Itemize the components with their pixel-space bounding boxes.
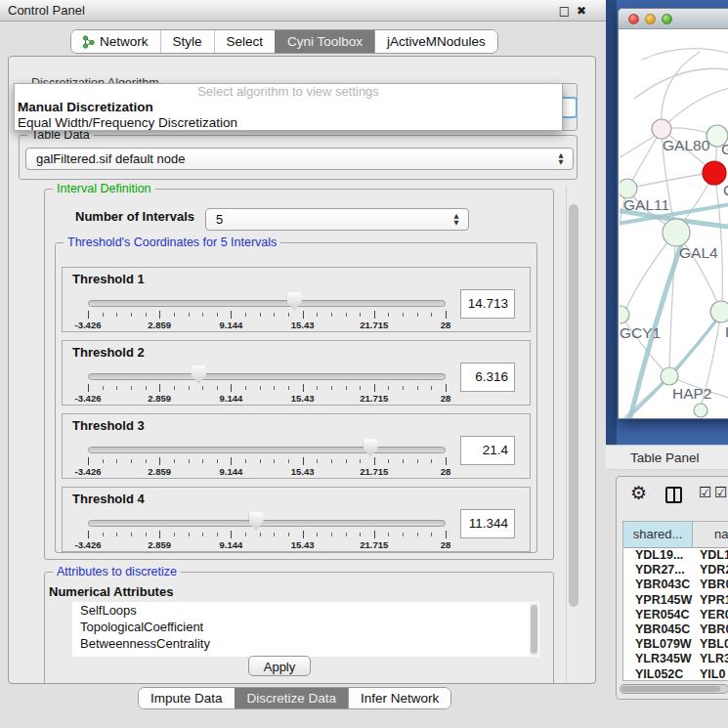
- network-node-gal11[interactable]: [620, 179, 637, 198]
- slider-thumb[interactable]: [287, 292, 302, 311]
- slider-track[interactable]: [88, 373, 446, 380]
- slider-track[interactable]: [88, 300, 446, 307]
- tab-cyni-toolbox[interactable]: Cyni Toolbox: [275, 30, 374, 53]
- checkbox-checked-icon[interactable]: ☑: [714, 484, 727, 501]
- minimize-traffic-light-icon[interactable]: [645, 14, 656, 24]
- tick-label: -3.426: [75, 393, 102, 404]
- table-data-combobox[interactable]: galFiltered.sif default node ▲▼: [25, 148, 574, 170]
- network-node-h[interactable]: [710, 301, 728, 322]
- control-panel-title: Control Panel: [8, 0, 85, 21]
- tick-mark: [202, 459, 203, 463]
- network-node-hap2[interactable]: [661, 367, 678, 385]
- network-edge[interactable]: [714, 173, 722, 302]
- network-edge[interactable]: [642, 49, 728, 60]
- table-row[interactable]: YBR043CYBR0: [623, 578, 728, 592]
- table-row[interactable]: YBR045CYBR0: [623, 622, 728, 637]
- tab-network[interactable]: Network: [71, 30, 160, 53]
- tick-mark: [274, 386, 275, 390]
- table-row[interactable]: YDL19...YDL1: [623, 548, 728, 563]
- threshold-value-field[interactable]: 21.4: [460, 436, 515, 465]
- network-node-label: GAL11: [623, 196, 669, 213]
- network-edge[interactable]: [669, 232, 676, 370]
- attributes-scrollbar-thumb[interactable]: [531, 605, 537, 654]
- cell-shared-name: YBR045C: [623, 622, 693, 637]
- network-node-gcy1[interactable]: [620, 306, 629, 323]
- table-row[interactable]: YER054CYER0: [623, 608, 728, 622]
- tick-mark: [346, 386, 347, 390]
- content-vertical-scrollbar[interactable]: [566, 187, 579, 684]
- tab-style[interactable]: Style: [160, 30, 214, 53]
- slider-thumb[interactable]: [364, 439, 378, 457]
- network-node-gal4[interactable]: [663, 219, 690, 246]
- tick-mark: [88, 311, 89, 319]
- network-edge[interactable]: [620, 134, 658, 165]
- algorithm-option-manual-discretization[interactable]: Manual Discretization: [15, 99, 562, 115]
- tick-mark: [446, 384, 447, 392]
- threshold-value-field[interactable]: 6.316: [460, 363, 515, 392]
- zoom-traffic-light-icon[interactable]: [662, 14, 672, 24]
- slider-track[interactable]: [88, 520, 446, 527]
- tab-infer-network[interactable]: Infer Network: [348, 688, 450, 708]
- apply-button[interactable]: Apply: [248, 656, 311, 676]
- slider-track[interactable]: [88, 447, 446, 453]
- tick-mark: [360, 533, 361, 536]
- tab-jactivemnodules[interactable]: jActiveMNodules: [374, 30, 497, 53]
- number-of-intervals-combobox[interactable]: 5 ▲▼: [205, 208, 469, 231]
- table-row[interactable]: YBL079WYBL0: [623, 637, 728, 652]
- algorithm-option-equal-width-frequency[interactable]: Equal Width/Frequency Discretization: [15, 115, 562, 131]
- settings-gear-icon[interactable]: ⚙: [630, 482, 647, 503]
- network-window[interactable]: GAL80GACGAL11GAL4GCY1HHAP2: [618, 8, 728, 419]
- tab-discretize-data[interactable]: Discretize Data: [235, 688, 349, 708]
- cell-shared-name: YLR345W: [623, 652, 693, 666]
- network-window-titlebar[interactable]: [619, 9, 728, 29]
- combobox-stepper-icon: ▲▼: [556, 152, 566, 166]
- close-window-icon[interactable]: ✖: [577, 0, 586, 21]
- slider-thumb[interactable]: [192, 365, 206, 384]
- tick-mark: [303, 384, 304, 392]
- attribute-item-selfloops[interactable]: SelfLoops: [72, 602, 539, 619]
- content-scrollbar-thumb[interactable]: [569, 204, 578, 607]
- column-header-name[interactable]: na: [693, 522, 728, 547]
- top-tab-bar: NetworkStyleSelectCyni ToolboxjActiveMNo…: [70, 29, 498, 54]
- tick-mark: [403, 459, 404, 463]
- float-window-icon[interactable]: □: [559, 0, 570, 21]
- cell-name: YDR2: [693, 563, 728, 578]
- tick-mark: [346, 459, 347, 463]
- slider-thumb[interactable]: [249, 512, 264, 531]
- attributes-group-title: Attributes to discretize: [53, 565, 181, 578]
- network-edge[interactable]: [662, 87, 728, 129]
- network-node-south[interactable]: [694, 404, 707, 417]
- table-row[interactable]: YDR27...YDR2: [623, 563, 728, 578]
- column-header-shared-name[interactable]: shared...: [623, 522, 693, 547]
- threshold-value-field[interactable]: 11.344: [460, 509, 515, 538]
- tick-mark: [317, 313, 318, 317]
- attribute-item-betweennesscentrality[interactable]: BetweennessCentrality: [72, 635, 539, 652]
- table-scrollbar-thumb[interactable]: [621, 686, 720, 692]
- network-desktop: GAL80GACGAL11GAL4GCY1HHAP2: [606, 0, 728, 445]
- close-traffic-light-icon[interactable]: [628, 14, 639, 24]
- attributes-scrollbar[interactable]: [530, 603, 538, 656]
- cell-name: YBR0: [693, 578, 728, 592]
- control-panel: Control Panel □ ✖ NetworkStyleSelectCyni…: [0, 0, 606, 728]
- network-node-gal80[interactable]: [652, 119, 671, 139]
- table-row[interactable]: YIL052CYIL0: [623, 667, 728, 682]
- tick-mark: [174, 533, 175, 536]
- table-row[interactable]: YLR345WYLR3: [623, 652, 728, 666]
- network-canvas[interactable]: GAL80GACGAL11GAL4GCY1HHAP2: [620, 29, 728, 418]
- control-panel-titlebar: Control Panel □ ✖: [0, 0, 606, 21]
- numerical-attributes-list[interactable]: SelfLoopsTopologicalCoefficientBetweenne…: [72, 602, 539, 657]
- tab-impute-data[interactable]: Impute Data: [139, 688, 235, 708]
- threshold-value-field[interactable]: 14.713: [460, 289, 515, 319]
- network-edge[interactable]: [634, 68, 728, 99]
- tab-select[interactable]: Select: [214, 30, 276, 53]
- table-horizontal-scrollbar[interactable]: [620, 684, 728, 694]
- tick-label: 21.715: [360, 539, 388, 550]
- network-edge[interactable]: [662, 52, 700, 129]
- table-row[interactable]: YPR145WYPR1: [623, 593, 728, 608]
- tick-mark: [360, 386, 361, 390]
- cell-shared-name: YDR27...: [623, 563, 693, 578]
- attribute-item-topologicalcoefficient[interactable]: TopologicalCoefficient: [72, 619, 539, 635]
- tick-mark: [260, 533, 261, 536]
- split-columns-icon[interactable]: [665, 487, 682, 503]
- checkbox-checked-icon[interactable]: ☑: [699, 484, 711, 501]
